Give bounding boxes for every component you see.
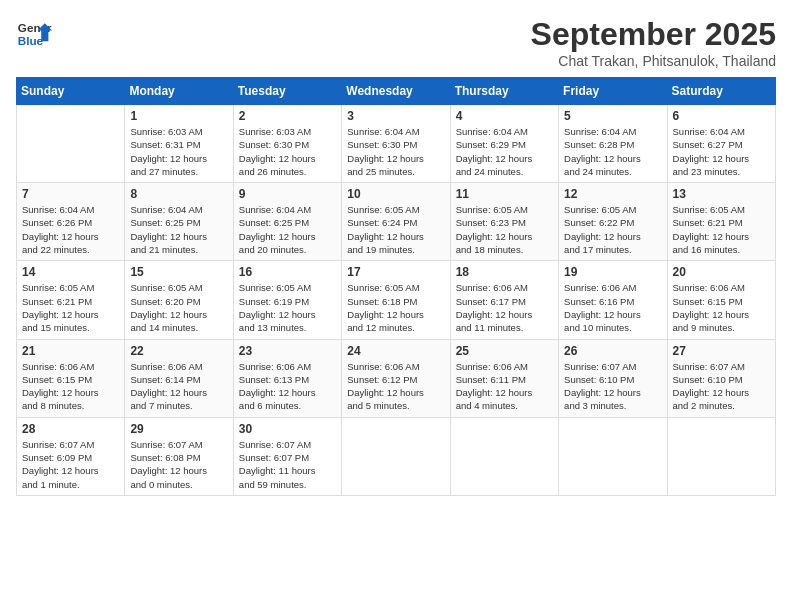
calendar-cell: 14Sunrise: 6:05 AM Sunset: 6:21 PM Dayli… [17, 261, 125, 339]
day-number: 14 [22, 265, 119, 279]
day-info: Sunrise: 6:04 AM Sunset: 6:26 PM Dayligh… [22, 203, 119, 256]
calendar-cell: 26Sunrise: 6:07 AM Sunset: 6:10 PM Dayli… [559, 339, 667, 417]
day-number: 28 [22, 422, 119, 436]
day-info: Sunrise: 6:05 AM Sunset: 6:20 PM Dayligh… [130, 281, 227, 334]
calendar-cell: 4Sunrise: 6:04 AM Sunset: 6:29 PM Daylig… [450, 105, 558, 183]
day-number: 13 [673, 187, 770, 201]
calendar-cell: 3Sunrise: 6:04 AM Sunset: 6:30 PM Daylig… [342, 105, 450, 183]
day-info: Sunrise: 6:06 AM Sunset: 6:15 PM Dayligh… [673, 281, 770, 334]
title-block: September 2025 Chat Trakan, Phitsanulok,… [531, 16, 776, 69]
logo: General Blue [16, 16, 52, 52]
weekday-header-thursday: Thursday [450, 78, 558, 105]
day-number: 15 [130, 265, 227, 279]
calendar-cell: 1Sunrise: 6:03 AM Sunset: 6:31 PM Daylig… [125, 105, 233, 183]
calendar-cell: 11Sunrise: 6:05 AM Sunset: 6:23 PM Dayli… [450, 183, 558, 261]
calendar-cell: 5Sunrise: 6:04 AM Sunset: 6:28 PM Daylig… [559, 105, 667, 183]
day-info: Sunrise: 6:04 AM Sunset: 6:28 PM Dayligh… [564, 125, 661, 178]
calendar-cell: 22Sunrise: 6:06 AM Sunset: 6:14 PM Dayli… [125, 339, 233, 417]
month-year-title: September 2025 [531, 16, 776, 53]
day-info: Sunrise: 6:07 AM Sunset: 6:07 PM Dayligh… [239, 438, 336, 491]
day-info: Sunrise: 6:04 AM Sunset: 6:27 PM Dayligh… [673, 125, 770, 178]
calendar-cell: 10Sunrise: 6:05 AM Sunset: 6:24 PM Dayli… [342, 183, 450, 261]
day-number: 1 [130, 109, 227, 123]
calendar-cell: 6Sunrise: 6:04 AM Sunset: 6:27 PM Daylig… [667, 105, 775, 183]
calendar-week-row: 1Sunrise: 6:03 AM Sunset: 6:31 PM Daylig… [17, 105, 776, 183]
day-info: Sunrise: 6:04 AM Sunset: 6:30 PM Dayligh… [347, 125, 444, 178]
day-number: 2 [239, 109, 336, 123]
day-info: Sunrise: 6:07 AM Sunset: 6:10 PM Dayligh… [673, 360, 770, 413]
calendar-cell: 7Sunrise: 6:04 AM Sunset: 6:26 PM Daylig… [17, 183, 125, 261]
day-info: Sunrise: 6:06 AM Sunset: 6:17 PM Dayligh… [456, 281, 553, 334]
day-info: Sunrise: 6:06 AM Sunset: 6:14 PM Dayligh… [130, 360, 227, 413]
day-number: 4 [456, 109, 553, 123]
calendar-cell: 13Sunrise: 6:05 AM Sunset: 6:21 PM Dayli… [667, 183, 775, 261]
day-info: Sunrise: 6:05 AM Sunset: 6:21 PM Dayligh… [22, 281, 119, 334]
calendar-cell: 17Sunrise: 6:05 AM Sunset: 6:18 PM Dayli… [342, 261, 450, 339]
day-number: 23 [239, 344, 336, 358]
calendar-table: SundayMondayTuesdayWednesdayThursdayFrid… [16, 77, 776, 496]
day-number: 18 [456, 265, 553, 279]
day-number: 27 [673, 344, 770, 358]
location-subtitle: Chat Trakan, Phitsanulok, Thailand [531, 53, 776, 69]
calendar-week-row: 7Sunrise: 6:04 AM Sunset: 6:26 PM Daylig… [17, 183, 776, 261]
calendar-cell: 8Sunrise: 6:04 AM Sunset: 6:25 PM Daylig… [125, 183, 233, 261]
calendar-cell [559, 417, 667, 495]
calendar-cell: 28Sunrise: 6:07 AM Sunset: 6:09 PM Dayli… [17, 417, 125, 495]
calendar-cell [667, 417, 775, 495]
day-number: 17 [347, 265, 444, 279]
day-number: 19 [564, 265, 661, 279]
page-header: General Blue September 2025 Chat Trakan,… [16, 16, 776, 69]
day-number: 25 [456, 344, 553, 358]
day-number: 26 [564, 344, 661, 358]
day-number: 9 [239, 187, 336, 201]
weekday-header-wednesday: Wednesday [342, 78, 450, 105]
calendar-cell: 25Sunrise: 6:06 AM Sunset: 6:11 PM Dayli… [450, 339, 558, 417]
day-number: 29 [130, 422, 227, 436]
calendar-cell: 16Sunrise: 6:05 AM Sunset: 6:19 PM Dayli… [233, 261, 341, 339]
calendar-header-row: SundayMondayTuesdayWednesdayThursdayFrid… [17, 78, 776, 105]
day-number: 11 [456, 187, 553, 201]
calendar-cell: 30Sunrise: 6:07 AM Sunset: 6:07 PM Dayli… [233, 417, 341, 495]
day-info: Sunrise: 6:07 AM Sunset: 6:10 PM Dayligh… [564, 360, 661, 413]
day-number: 3 [347, 109, 444, 123]
day-number: 30 [239, 422, 336, 436]
day-info: Sunrise: 6:06 AM Sunset: 6:15 PM Dayligh… [22, 360, 119, 413]
calendar-cell: 18Sunrise: 6:06 AM Sunset: 6:17 PM Dayli… [450, 261, 558, 339]
weekday-header-tuesday: Tuesday [233, 78, 341, 105]
calendar-cell [450, 417, 558, 495]
day-info: Sunrise: 6:07 AM Sunset: 6:09 PM Dayligh… [22, 438, 119, 491]
calendar-cell: 27Sunrise: 6:07 AM Sunset: 6:10 PM Dayli… [667, 339, 775, 417]
weekday-header-saturday: Saturday [667, 78, 775, 105]
day-number: 7 [22, 187, 119, 201]
calendar-cell [17, 105, 125, 183]
day-info: Sunrise: 6:06 AM Sunset: 6:12 PM Dayligh… [347, 360, 444, 413]
day-info: Sunrise: 6:04 AM Sunset: 6:29 PM Dayligh… [456, 125, 553, 178]
svg-text:Blue: Blue [18, 34, 44, 47]
day-info: Sunrise: 6:04 AM Sunset: 6:25 PM Dayligh… [239, 203, 336, 256]
calendar-cell: 12Sunrise: 6:05 AM Sunset: 6:22 PM Dayli… [559, 183, 667, 261]
calendar-cell: 9Sunrise: 6:04 AM Sunset: 6:25 PM Daylig… [233, 183, 341, 261]
calendar-cell: 21Sunrise: 6:06 AM Sunset: 6:15 PM Dayli… [17, 339, 125, 417]
calendar-body: 1Sunrise: 6:03 AM Sunset: 6:31 PM Daylig… [17, 105, 776, 496]
day-info: Sunrise: 6:06 AM Sunset: 6:11 PM Dayligh… [456, 360, 553, 413]
day-number: 22 [130, 344, 227, 358]
day-info: Sunrise: 6:06 AM Sunset: 6:13 PM Dayligh… [239, 360, 336, 413]
day-number: 5 [564, 109, 661, 123]
calendar-week-row: 21Sunrise: 6:06 AM Sunset: 6:15 PM Dayli… [17, 339, 776, 417]
day-info: Sunrise: 6:05 AM Sunset: 6:21 PM Dayligh… [673, 203, 770, 256]
day-info: Sunrise: 6:05 AM Sunset: 6:23 PM Dayligh… [456, 203, 553, 256]
calendar-cell: 2Sunrise: 6:03 AM Sunset: 6:30 PM Daylig… [233, 105, 341, 183]
day-info: Sunrise: 6:05 AM Sunset: 6:24 PM Dayligh… [347, 203, 444, 256]
day-number: 16 [239, 265, 336, 279]
logo-icon: General Blue [16, 16, 52, 52]
day-info: Sunrise: 6:04 AM Sunset: 6:25 PM Dayligh… [130, 203, 227, 256]
calendar-cell: 23Sunrise: 6:06 AM Sunset: 6:13 PM Dayli… [233, 339, 341, 417]
weekday-header-friday: Friday [559, 78, 667, 105]
weekday-header-sunday: Sunday [17, 78, 125, 105]
calendar-cell: 15Sunrise: 6:05 AM Sunset: 6:20 PM Dayli… [125, 261, 233, 339]
calendar-cell: 20Sunrise: 6:06 AM Sunset: 6:15 PM Dayli… [667, 261, 775, 339]
day-number: 8 [130, 187, 227, 201]
day-info: Sunrise: 6:05 AM Sunset: 6:19 PM Dayligh… [239, 281, 336, 334]
calendar-cell [342, 417, 450, 495]
day-number: 24 [347, 344, 444, 358]
